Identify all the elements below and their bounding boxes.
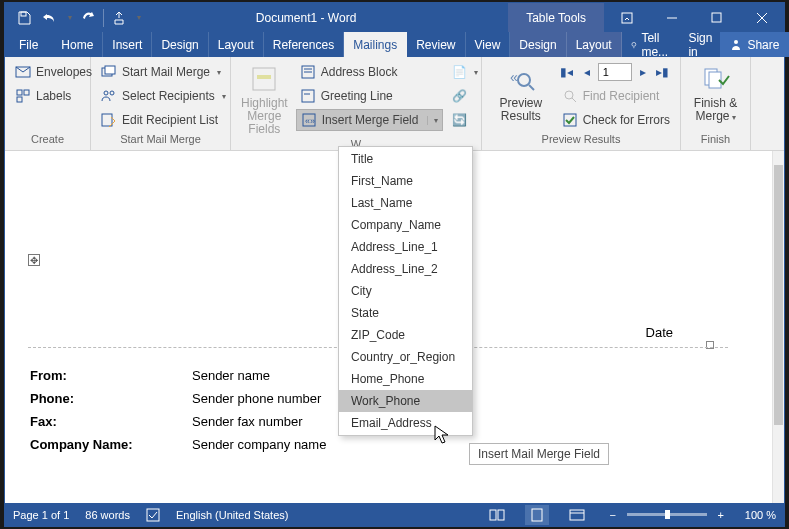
- address-block-button[interactable]: Address Block: [296, 61, 444, 83]
- svg-rect-37: [498, 510, 504, 520]
- merge-field-item[interactable]: Country_or_Region: [339, 346, 472, 368]
- mail-merge-icon: [101, 64, 117, 80]
- group-create-label: Create: [5, 133, 90, 150]
- tell-me[interactable]: Tell me...: [622, 32, 681, 57]
- merge-field-item[interactable]: Home_Phone: [339, 368, 472, 390]
- svg-point-8: [734, 40, 738, 44]
- window-controls: [604, 3, 784, 32]
- field-label[interactable]: From:: [30, 365, 190, 386]
- tab-design[interactable]: Design: [152, 32, 208, 57]
- language-indicator[interactable]: English (United States): [176, 509, 289, 521]
- tab-mailings[interactable]: Mailings: [344, 32, 407, 57]
- zoom-slider[interactable]: [627, 513, 707, 516]
- edit-recipient-list-button[interactable]: Edit Recipient List: [97, 109, 230, 131]
- word-count[interactable]: 86 words: [85, 509, 130, 521]
- rules-icon: 📄: [451, 64, 467, 80]
- page-indicator[interactable]: Page 1 of 1: [13, 509, 69, 521]
- svg-rect-3: [712, 13, 721, 22]
- date-field[interactable]: Date: [646, 325, 673, 340]
- insert-merge-field-button[interactable]: «» Insert Merge Field ▾: [296, 109, 444, 131]
- update-icon: 🔄: [451, 112, 467, 128]
- zoom-out-button[interactable]: −: [605, 509, 621, 521]
- merge-field-item[interactable]: Last_Name: [339, 192, 472, 214]
- tab-table-layout[interactable]: Layout: [567, 32, 622, 57]
- print-layout-button[interactable]: [525, 505, 549, 525]
- group-write-insert: Highlight Merge Fields Address Block Gre…: [231, 57, 481, 150]
- field-value[interactable]: Sender company name: [192, 434, 392, 455]
- check-icon: [562, 112, 578, 128]
- record-number-input[interactable]: 1: [598, 63, 632, 81]
- save-button[interactable]: [11, 4, 37, 32]
- minimize-button[interactable]: [649, 3, 694, 32]
- merge-field-item[interactable]: Company_Name: [339, 214, 472, 236]
- web-layout-button[interactable]: [565, 505, 589, 525]
- tooltip: Insert Mail Merge Field: [469, 443, 609, 465]
- zoom-in-button[interactable]: +: [713, 509, 729, 521]
- svg-rect-36: [490, 510, 496, 520]
- greeting-icon: [300, 88, 316, 104]
- merge-field-menu: Title First_Name Last_Name Company_Name …: [338, 146, 473, 436]
- next-record-button[interactable]: ▸: [634, 62, 652, 82]
- zoom-level[interactable]: 100 %: [745, 509, 776, 521]
- touch-mode-button[interactable]: [106, 4, 132, 32]
- merge-field-item[interactable]: Address_Line_1: [339, 236, 472, 258]
- finish-merge-button[interactable]: Finish & Merge▾: [687, 61, 744, 126]
- tab-table-design[interactable]: Design: [510, 32, 566, 57]
- close-button[interactable]: [739, 3, 784, 32]
- merge-field-item[interactable]: Title: [339, 148, 472, 170]
- merge-field-item[interactable]: First_Name: [339, 170, 472, 192]
- zoom-slider-thumb[interactable]: [665, 510, 670, 519]
- ribbon-options-button[interactable]: [604, 3, 649, 32]
- tab-layout[interactable]: Layout: [209, 32, 264, 57]
- read-mode-button[interactable]: [485, 505, 509, 525]
- last-record-button[interactable]: ▸▮: [654, 62, 672, 82]
- share-button[interactable]: Share: [720, 32, 789, 57]
- select-recipients-button[interactable]: Select Recipients▾: [97, 85, 230, 107]
- undo-button[interactable]: [37, 4, 63, 32]
- envelopes-button[interactable]: Envelopes: [11, 61, 96, 83]
- merge-field-item[interactable]: Email_Address: [339, 412, 472, 434]
- qat-customize[interactable]: ▾: [132, 4, 144, 32]
- envelope-icon: [15, 64, 31, 80]
- maximize-button[interactable]: [694, 3, 739, 32]
- scrollbar-thumb[interactable]: [774, 165, 783, 425]
- merge-field-item[interactable]: City: [339, 280, 472, 302]
- find-recipient-label: Find Recipient: [583, 89, 660, 103]
- address-block-label: Address Block: [321, 65, 398, 79]
- status-bar: Page 1 of 1 86 words English (United Sta…: [5, 503, 784, 526]
- tab-insert[interactable]: Insert: [103, 32, 152, 57]
- check-errors-button[interactable]: Check for Errors: [558, 109, 674, 131]
- tab-home[interactable]: Home: [52, 32, 103, 57]
- labels-button[interactable]: Labels: [11, 85, 96, 107]
- merge-field-item[interactable]: Address_Line_2: [339, 258, 472, 280]
- field-label[interactable]: Fax:: [30, 411, 190, 432]
- match-fields-button: 🔗: [447, 85, 482, 107]
- quick-access-toolbar: ▾ ▾: [5, 3, 144, 32]
- merge-field-item[interactable]: ZIP_Code: [339, 324, 472, 346]
- sign-in[interactable]: Sign in: [680, 32, 720, 57]
- start-mail-merge-button[interactable]: Start Mail Merge▾: [97, 61, 230, 83]
- field-label[interactable]: Company Name:: [30, 434, 190, 455]
- prev-record-button[interactable]: ◂: [578, 62, 596, 82]
- first-record-button[interactable]: ▮◂: [558, 62, 576, 82]
- redo-button[interactable]: [75, 4, 101, 32]
- merge-field-item[interactable]: Work_Phone: [339, 390, 472, 412]
- merge-field-item[interactable]: State: [339, 302, 472, 324]
- proofing-button[interactable]: [146, 508, 160, 522]
- greeting-line-button[interactable]: Greeting Line: [296, 85, 444, 107]
- svg-rect-12: [17, 97, 22, 102]
- vertical-scrollbar[interactable]: [772, 151, 784, 503]
- field-label[interactable]: Phone:: [30, 388, 190, 409]
- tab-file[interactable]: File: [5, 32, 52, 57]
- table-anchor-icon[interactable]: ✥: [28, 254, 40, 266]
- svg-text:«»: «»: [305, 116, 315, 126]
- recipients-icon: [101, 88, 117, 104]
- tab-references[interactable]: References: [264, 32, 344, 57]
- undo-dropdown[interactable]: ▾: [63, 4, 75, 32]
- svg-rect-19: [257, 75, 271, 79]
- svg-point-6: [632, 42, 636, 46]
- tab-view[interactable]: View: [466, 32, 511, 57]
- tab-review[interactable]: Review: [407, 32, 465, 57]
- select-recipients-label: Select Recipients: [122, 89, 215, 103]
- preview-results-button[interactable]: « Preview Results: [488, 61, 554, 125]
